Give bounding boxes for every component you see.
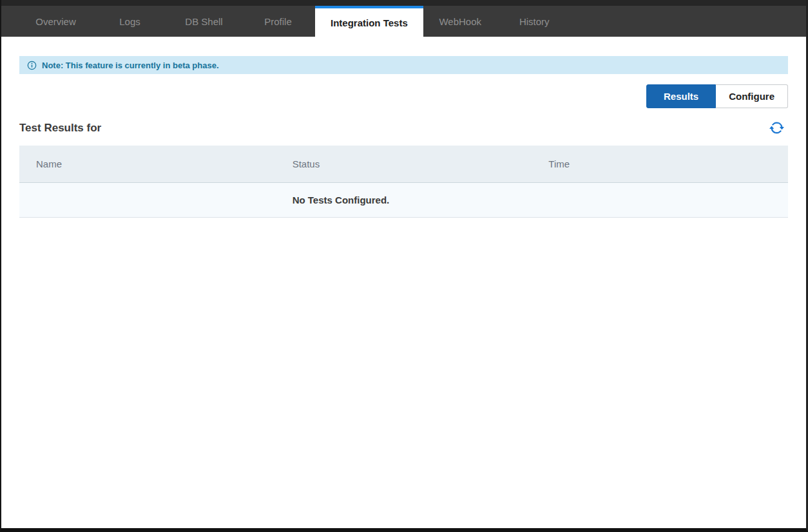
info-icon (27, 61, 37, 70)
tab-db-shell[interactable]: DB Shell (167, 6, 241, 37)
app-window: Overview Logs DB Shell Profile Integrati… (0, 0, 808, 532)
empty-state-message: No Tests Configured. (276, 182, 532, 217)
tab-webhook[interactable]: WebHook (423, 6, 497, 37)
tab-integration-tests[interactable]: Integration Tests (315, 6, 423, 37)
configure-button[interactable]: Configure (716, 84, 788, 108)
column-header-time: Time (532, 146, 788, 182)
empty-state-row: No Tests Configured. (19, 182, 788, 217)
tab-bar: Overview Logs DB Shell Profile Integrati… (1, 6, 806, 37)
beta-note-banner: Note: This feature is currently in beta … (19, 56, 788, 74)
beta-note-text: Note: This feature is currently in beta … (42, 61, 219, 70)
table-header-row: Name Status Time (19, 146, 788, 182)
window-top-strip (1, 0, 806, 6)
test-results-table: Name Status Time No Tests Configured. (19, 146, 788, 218)
tab-history[interactable]: History (497, 6, 572, 37)
column-header-status: Status (276, 146, 532, 182)
tab-logs[interactable]: Logs (93, 6, 167, 37)
results-heading-row: Test Results for (19, 120, 788, 135)
results-button[interactable]: Results (646, 84, 716, 108)
empty-cell-time (532, 182, 788, 217)
content-area: Note: This feature is currently in beta … (1, 56, 806, 218)
refresh-icon[interactable] (769, 120, 784, 135)
tab-profile[interactable]: Profile (241, 6, 315, 37)
empty-cell-name (19, 182, 276, 217)
page-title: Test Results for (19, 122, 101, 135)
view-toggle: Results Configure (19, 84, 788, 108)
column-header-name: Name (19, 146, 276, 182)
tab-overview[interactable]: Overview (19, 6, 93, 37)
